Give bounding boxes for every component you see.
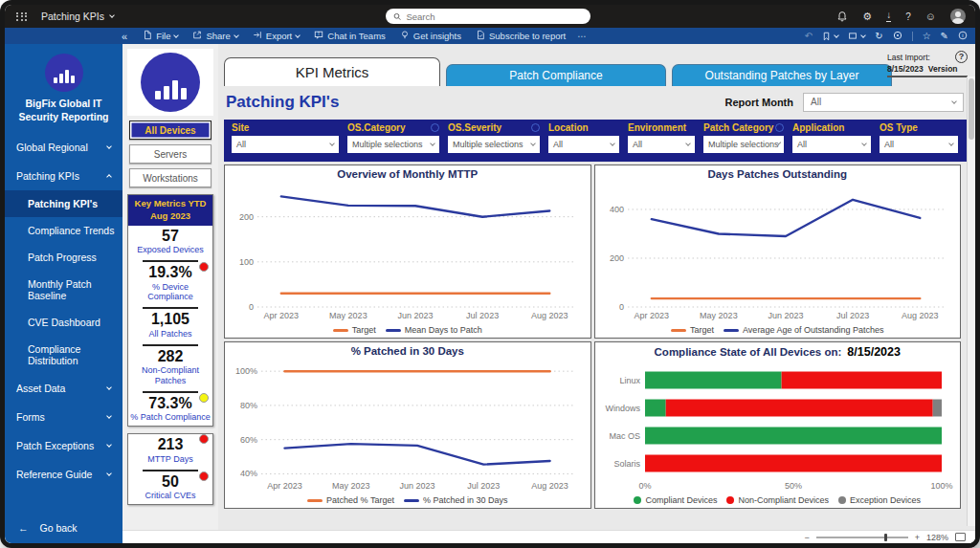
svg-text:Solaris: Solaris [613, 459, 640, 469]
bookmarks-icon[interactable] [822, 32, 838, 41]
report-month-dropdown[interactable]: All [803, 93, 964, 112]
sidebar-item-compliance-distribution[interactable]: Compliance Distribution [5, 336, 122, 374]
clear-selections-icon[interactable] [775, 123, 784, 132]
menu-item-get-insights[interactable]: Get insights [400, 30, 461, 42]
reset-icon[interactable]: ↶ [805, 31, 813, 41]
device-filter-button-workstations[interactable]: Workstations [129, 168, 212, 187]
legend-item[interactable]: Exception Devices [838, 495, 921, 505]
kpi-label: % Device Compliance [130, 282, 211, 303]
sidebar-group-asset-data[interactable]: Asset Data [5, 374, 122, 403]
focus-mode-icon[interactable] [893, 31, 902, 42]
sidebar-item-monthly-patch-baseline[interactable]: Monthly Patch Baseline [5, 271, 122, 309]
fit-to-page-icon[interactable] [955, 533, 966, 541]
slicer-value: All [797, 140, 807, 149]
legend-item[interactable]: % Patched in 30 Days [404, 495, 508, 505]
zoom-slider[interactable] [816, 537, 908, 538]
zoom-in-button[interactable]: + [915, 533, 920, 542]
slicer-dropdown[interactable]: All [548, 136, 619, 153]
sidebar-group-forms[interactable]: Forms [5, 403, 122, 431]
clear-selections-icon[interactable] [531, 123, 540, 132]
svg-text:T: T [318, 32, 321, 36]
sidebar-group-label: Forms [16, 411, 45, 423]
slicer-value: Multiple selections [352, 140, 423, 149]
sidebar-group-global-regional[interactable]: Global Regional [5, 133, 122, 162]
tab-outstanding-patches-by-layer[interactable]: Outstanding Patches by Layer [672, 64, 892, 86]
help-question-icon[interactable]: ? [955, 51, 968, 63]
legend-item[interactable]: Target [333, 325, 376, 335]
chart-card-4[interactable]: Compliance State of All Devices on:8/15/… [594, 341, 962, 509]
kpi-metric-all-patches: 1,105All Patches [128, 305, 212, 341]
slicer-label: Application [792, 122, 844, 133]
refresh-icon[interactable]: ↻ [875, 31, 882, 41]
app-launcher-waffle-icon[interactable] [16, 12, 28, 21]
zoom-slider-thumb[interactable] [884, 534, 887, 541]
notifications-bell-icon[interactable] [836, 11, 848, 22]
sidebar-item-patch-progress[interactable]: Patch Progress [5, 244, 122, 271]
more-options-icon[interactable]: ⋯ [577, 31, 587, 41]
chart-card-3[interactable]: % Patched in 30 Days40%60%80%100%Apr 202… [224, 341, 591, 509]
slicer-dropdown[interactable]: Multiple selections [347, 136, 439, 153]
sidebar-item-patching-kpi-s[interactable]: Patching KPI's [5, 190, 122, 217]
view-icon[interactable] [848, 32, 865, 40]
chart-card-2[interactable]: Days Patches Outstanding0200400Apr 2023M… [594, 164, 962, 339]
sidebar-item-compliance-trends[interactable]: Compliance Trends [5, 217, 122, 244]
slicer-dropdown[interactable]: All [792, 136, 871, 153]
device-filter-button-all-devices[interactable]: All Devices [129, 121, 212, 140]
settings-gear-icon[interactable]: ⚙ [862, 11, 872, 23]
svg-text:Apr 2023: Apr 2023 [634, 311, 669, 320]
tab-patch-compliance[interactable]: Patch Compliance [446, 64, 666, 86]
go-back-button[interactable]: ← Go back [18, 522, 78, 534]
download-icon[interactable]: ↓ [886, 11, 891, 22]
chart-card-1[interactable]: Overview of Monthly MTTP0100200Apr 2023M… [224, 164, 591, 339]
slicer-value: All [236, 140, 246, 149]
sidebar-item-cve-dashboard[interactable]: CVE Dashboard [5, 309, 122, 336]
sidebar-group-patching-kpis[interactable]: Patching KPIs [5, 162, 122, 190]
account-avatar[interactable] [950, 9, 966, 24]
legend-item[interactable]: Target [671, 325, 714, 335]
zoom-out-button[interactable]: − [804, 533, 809, 542]
slicer-dropdown[interactable]: All [232, 136, 339, 153]
workspace-switcher[interactable]: Patching KPIs [41, 11, 114, 22]
favorite-star-icon[interactable]: ☆ [923, 31, 931, 41]
legend-item[interactable]: Non-Compliant Devices [726, 495, 829, 505]
kpi-side-panel: All DevicesServersWorkstations Key Metri… [122, 44, 218, 530]
menu-item-share[interactable]: Share [192, 30, 237, 42]
slicer-dropdown[interactable]: All [628, 136, 695, 153]
slicer-dropdown[interactable]: Multiple selections [448, 136, 540, 153]
menu-item-file[interactable]: File [143, 30, 178, 42]
tab-kpi-metrics[interactable]: KPI Metrics [224, 57, 440, 86]
page-title: Patching KPI's [226, 93, 339, 112]
kpi-metric--patch-compliance: 73.3%% Patch Compliance [128, 389, 212, 426]
search-input[interactable] [406, 11, 583, 22]
menu-item-export[interactable]: Export [253, 30, 300, 42]
edit-pencil-icon[interactable]: ✎ [941, 31, 948, 41]
sidebar-group-label: Patching KPIs [16, 170, 79, 182]
device-filter-button-servers[interactable]: Servers [129, 144, 212, 164]
legend-item[interactable]: Patched % Target [307, 495, 394, 505]
chevron-down-icon [106, 471, 112, 476]
slicer-dropdown[interactable]: All [880, 136, 958, 153]
menu-item-subscribe-to-report[interactable]: Subscribe to report [476, 30, 566, 42]
menu-item-label: Subscribe to report [489, 31, 566, 41]
menu-item-chat-in-teams[interactable]: TChat in Teams [314, 30, 386, 42]
help-icon[interactable]: ? [905, 11, 911, 22]
chevron-down-icon [106, 143, 112, 149]
legend-item[interactable]: Average Age of Outstanding Patches [724, 325, 883, 335]
slicer-dropdown[interactable]: Multiple selections [703, 136, 784, 153]
vertical-scrollbar[interactable] [967, 77, 975, 526]
scrollbar-thumb[interactable] [969, 78, 974, 140]
report-month-label: Report Month [725, 97, 793, 108]
info-icon[interactable]: i [958, 31, 968, 42]
slicer-environment: EnvironmentAll [628, 122, 695, 156]
legend-item[interactable]: Mean Days to Patch [386, 325, 482, 335]
collapse-pane-icon[interactable]: « [122, 31, 127, 42]
global-search-box[interactable] [386, 9, 590, 24]
kpi-metric-exposed-devices: 57Exposed Devices [128, 226, 212, 258]
clear-selections-icon[interactable] [431, 123, 439, 132]
feedback-smiley-icon[interactable]: ☺ [925, 11, 936, 22]
legend-item[interactable]: Compliant Devices [634, 495, 717, 505]
slicer-label: Location [548, 122, 589, 133]
divider [912, 32, 913, 41]
sidebar-group-reference-guide[interactable]: Reference Guide [5, 460, 122, 489]
sidebar-group-patch-exceptions[interactable]: Patch Exceptions [5, 431, 122, 460]
